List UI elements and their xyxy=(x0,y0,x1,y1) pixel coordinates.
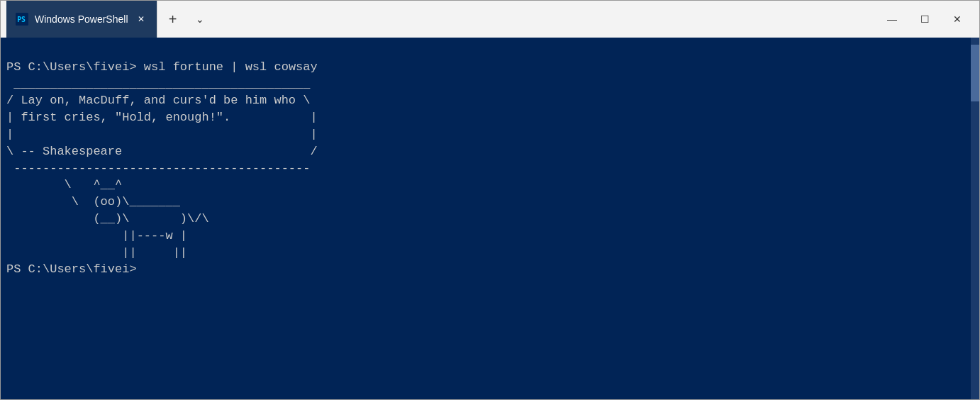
window: PS Windows PowerShell ✕ + ⌄ — ☐ ✕ PS C:\… xyxy=(0,0,980,400)
output-line9: (__)\ )\/\ xyxy=(6,212,209,226)
output-line11: || || xyxy=(6,246,187,260)
cmd-wsl-fortune: wsl fortune xyxy=(144,60,223,74)
output-line4: | | xyxy=(6,128,318,141)
svg-text:PS: PS xyxy=(17,16,26,23)
titlebar: PS Windows PowerShell ✕ + ⌄ — ☐ ✕ xyxy=(1,1,979,38)
window-controls: — ☐ ✕ xyxy=(876,8,974,30)
prompt-line-2: PS C:\Users\fivei> xyxy=(6,262,137,276)
terminal-body[interactable]: PS C:\Users\fivei> wsl fortune | wsl cow… xyxy=(1,38,979,399)
output-line8: \ (oo)\_______ xyxy=(6,195,180,209)
output-line10: ||----w | xyxy=(6,229,187,243)
active-tab[interactable]: PS Windows PowerShell ✕ xyxy=(6,1,157,38)
close-button[interactable]: ✕ xyxy=(941,8,974,30)
tab-label: Windows PowerShell xyxy=(35,13,128,25)
scrollbar-thumb[interactable] xyxy=(971,45,979,101)
output-line6: ----------------------------------------… xyxy=(6,162,310,175)
dropdown-button[interactable]: ⌄ xyxy=(187,6,213,32)
scrollbar[interactable] xyxy=(971,38,979,399)
cmd-wsl-cowsay: wsl cowsay xyxy=(245,60,318,74)
minimize-button[interactable]: — xyxy=(876,8,908,30)
prompt-ps: PS C:\Users\fivei> xyxy=(6,60,144,74)
output-line1: ________________________________________… xyxy=(6,77,310,91)
cmd-pipe: | xyxy=(223,60,245,74)
output-line3: | first cries, "Hold, enough!". | xyxy=(6,111,318,124)
output-line7: \ ^__^ xyxy=(6,178,122,191)
maximize-button[interactable]: ☐ xyxy=(908,8,941,30)
tab-close-button[interactable]: ✕ xyxy=(134,12,148,26)
output-line5: \ -- Shakespeare / xyxy=(6,145,318,158)
new-tab-button[interactable]: + xyxy=(160,6,186,32)
output-line2: / Lay on, MacDuff, and curs'd be him who… xyxy=(6,94,310,107)
tab-area: PS Windows PowerShell ✕ + ⌄ xyxy=(6,1,876,38)
powershell-icon: PS xyxy=(15,12,29,26)
prompt-line-1: PS C:\Users\fivei> wsl fortune | wsl cow… xyxy=(6,60,318,74)
